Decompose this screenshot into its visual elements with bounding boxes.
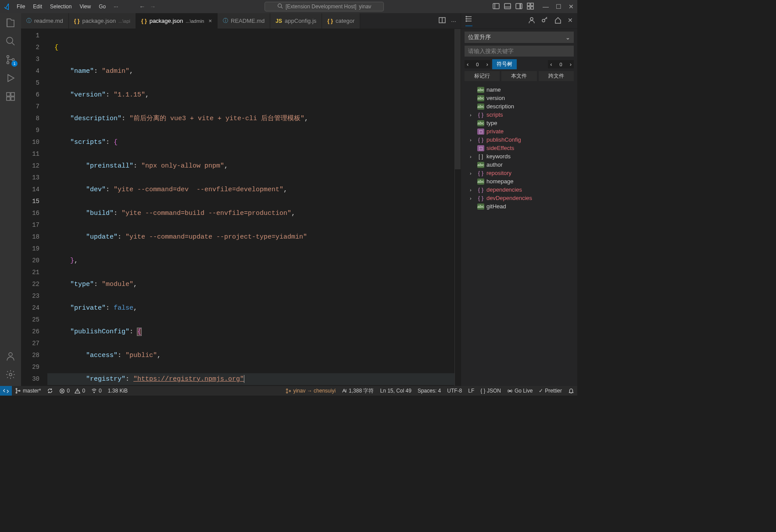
outline-item-gitHead[interactable]: abcgitHead (461, 202, 577, 211)
command-center[interactable]: [Extension Development Host] yinav (265, 2, 384, 11)
layout-controls (493, 3, 534, 11)
git-branch[interactable]: master* (12, 386, 44, 396)
extensions-icon[interactable] (4, 90, 17, 103)
go-live[interactable]: Go Live (504, 386, 536, 396)
git-user[interactable]: yinav → chensuiyi (283, 386, 339, 396)
sync-button[interactable] (44, 386, 56, 396)
tab-readme-upper[interactable]: ⓘREADME.md (218, 13, 270, 29)
panel-account-icon[interactable] (528, 17, 535, 25)
settings-gear-icon[interactable] (4, 368, 17, 381)
encoding[interactable]: UTF-8 (444, 386, 465, 396)
tab-close-icon[interactable]: × (208, 18, 212, 24)
status-bar: master* 0 0 0 1.38 KiB yinav → chensuiyi… (0, 386, 577, 396)
menu-file[interactable]: File (13, 2, 29, 11)
outline-item-devDependencies[interactable]: ›{ }devDependencies (461, 194, 577, 202)
minimap-thumb[interactable] (455, 29, 461, 169)
minimize-icon[interactable]: — (543, 3, 549, 10)
problems[interactable]: 0 0 (56, 386, 88, 396)
outline-item-repository[interactable]: ›{ }repository (461, 169, 577, 177)
run-debug-icon[interactable] (4, 72, 17, 84)
tab-readme[interactable]: ⓘreadme.md (21, 13, 69, 29)
info-icon: ⓘ (26, 17, 32, 25)
scope-thisfile[interactable]: 本文件 (501, 71, 536, 81)
outline-search-input[interactable] (465, 46, 574, 57)
tab-categor[interactable]: { }categor (322, 13, 360, 29)
result-count-left: 0 (473, 61, 481, 68)
outline-item-dependencies[interactable]: ›{ }dependencies (461, 186, 577, 194)
menu-view[interactable]: View (76, 2, 94, 11)
panel-home-icon[interactable] (554, 17, 561, 25)
string-icon: abc (477, 120, 484, 126)
split-editor-icon[interactable] (439, 17, 446, 25)
notifications-icon[interactable] (565, 386, 577, 396)
panel-key-icon[interactable] (541, 17, 548, 25)
outline-item-sideEffects[interactable]: ⬚sideEffects (461, 144, 577, 152)
remote-indicator[interactable] (0, 386, 12, 396)
layout-sidebar-left-icon[interactable] (493, 3, 500, 11)
svg-point-13 (7, 62, 9, 64)
tab-appconfig[interactable]: JSappConfig.js (270, 13, 322, 29)
menu-overflow[interactable]: ··· (110, 2, 122, 11)
filter-symbol-tree[interactable]: 符号树 (492, 59, 517, 69)
outline-label: devDependencies (486, 195, 532, 201)
customize-layout-icon[interactable] (527, 3, 534, 11)
outline-item-version[interactable]: abcversion (461, 94, 577, 102)
indentation[interactable]: Spaces: 4 (415, 386, 444, 396)
menu-selection[interactable]: Selection (46, 2, 75, 11)
more-actions-icon[interactable]: ··· (451, 18, 456, 25)
svg-point-24 (466, 18, 467, 19)
code-content[interactable]: { "name": "admin", "version": "1.1.15", … (47, 29, 454, 386)
layout-panel-icon[interactable] (504, 3, 511, 11)
outline-item-scripts[interactable]: ›{ }scripts (461, 111, 577, 119)
maximize-icon[interactable]: ☐ (556, 3, 561, 10)
source-control-icon[interactable]: 1 (4, 54, 17, 66)
filesize[interactable]: 1.38 KiB (105, 386, 131, 396)
scope-marked[interactable]: 标记行 (465, 71, 500, 81)
menu-edit[interactable]: Edit (29, 2, 46, 11)
panel-close-icon[interactable]: ✕ (568, 17, 573, 25)
signal[interactable]: 0 (88, 386, 105, 396)
eol[interactable]: LF (465, 386, 477, 396)
scm-badge: 1 (11, 61, 18, 67)
nav-forward-icon[interactable]: → (150, 3, 156, 10)
svg-point-30 (19, 390, 20, 392)
outline-item-name[interactable]: abcname (461, 86, 577, 94)
editor-body[interactable]: 1234567891011121314151617181920212223242… (21, 29, 461, 386)
sort-dropdown[interactable]: 位置升序 ⌄ (465, 32, 574, 43)
search-icon (277, 3, 283, 10)
title-center: [Extension Development Host] yinav (156, 2, 493, 11)
svg-rect-10 (531, 7, 533, 9)
menu-go[interactable]: Go (95, 2, 109, 11)
svg-rect-16 (11, 93, 14, 96)
outline-item-type[interactable]: abctype (461, 119, 577, 127)
string-icon: abc (477, 87, 484, 93)
nav-back-icon[interactable]: ← (139, 3, 145, 10)
tab-package-admin[interactable]: { }package.json...\admin× (136, 13, 218, 29)
layout-sidebar-right-icon[interactable] (515, 3, 522, 11)
outline-item-keywords[interactable]: ›[ ]keywords (461, 152, 577, 161)
outline-item-author[interactable]: abcauthor (461, 161, 577, 169)
minimap[interactable] (454, 29, 461, 386)
prettier[interactable]: ✓Prettier (536, 386, 565, 396)
outline-label: dependencies (486, 186, 522, 193)
prev-file-icon[interactable]: ‹ (548, 60, 554, 68)
explorer-icon[interactable] (4, 17, 17, 29)
close-icon[interactable]: ✕ (569, 3, 574, 10)
prev-result-icon[interactable]: ‹ (465, 60, 471, 68)
outline-view-icon[interactable] (465, 15, 472, 26)
search-icon[interactable] (4, 35, 17, 47)
cursor-position[interactable]: Ln 15, Col 49 (377, 386, 414, 396)
outline-item-publishConfig[interactable]: ›{ }publishConfig (461, 136, 577, 144)
chevron-down-icon: ⌄ (565, 34, 570, 41)
scope-crossfile[interactable]: 跨文件 (539, 71, 574, 81)
next-result-icon[interactable]: › (484, 60, 490, 68)
char-count[interactable]: 1,388 字符 (339, 386, 377, 396)
language-mode[interactable]: { } JSON (477, 386, 504, 396)
outline-item-homepage[interactable]: abchomepage (461, 177, 577, 186)
object-icon: { } (477, 187, 484, 193)
next-file-icon[interactable]: › (568, 60, 574, 68)
outline-item-description[interactable]: abcdescription (461, 102, 577, 111)
account-icon[interactable] (4, 350, 17, 362)
outline-item-private[interactable]: ⬚private (461, 127, 577, 136)
tab-package-api[interactable]: { }package.json...\api (69, 13, 136, 29)
